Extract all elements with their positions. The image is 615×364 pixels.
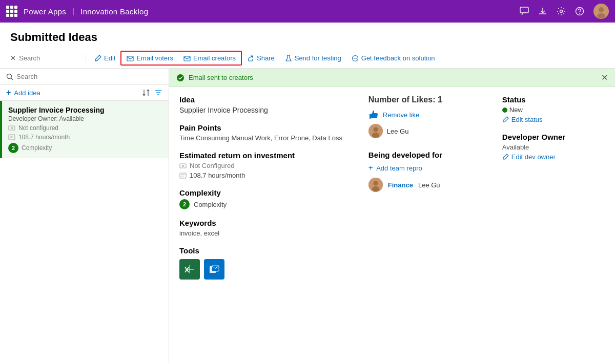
svg-point-10 bbox=[354, 58, 355, 59]
dev-owner-section: Developer Owner Available Edit dev owner bbox=[502, 133, 605, 161]
keywords-value: invoice, excel bbox=[179, 229, 353, 237]
banner-close-button[interactable]: ✕ bbox=[601, 73, 608, 82]
edit-button[interactable]: Edit bbox=[89, 52, 120, 65]
roi-not-configured: Not Configured bbox=[190, 162, 234, 169]
complexity-badge: 2 bbox=[8, 143, 18, 153]
svg-point-6 bbox=[597, 13, 605, 18]
plus-icon: + bbox=[6, 88, 11, 97]
search-input[interactable] bbox=[19, 54, 80, 62]
detail-col-3: Status New Edit status Developer Owner A bbox=[502, 95, 605, 355]
title-separator: | bbox=[72, 7, 74, 16]
remove-like-button[interactable]: Remove like bbox=[383, 111, 420, 119]
outlook-tool-icon[interactable] bbox=[204, 259, 224, 280]
email-buttons-group: Email voters Email creators bbox=[120, 51, 242, 66]
right-panel: Email sent to creators ✕ Idea Supplier I… bbox=[169, 69, 615, 363]
email-voters-button[interactable]: Email voters bbox=[121, 52, 178, 65]
idea-hours: 108.7 hours/month bbox=[18, 134, 70, 141]
being-developed-heading: Being developed for bbox=[368, 151, 487, 159]
search-input-left[interactable] bbox=[16, 73, 162, 80]
likes-heading: Number of Likes: 1 bbox=[368, 95, 487, 104]
svg-point-34 bbox=[372, 186, 379, 191]
team-entry: Finance Lee Gu bbox=[368, 178, 487, 192]
edit-icon bbox=[94, 55, 101, 62]
svg-rect-19 bbox=[180, 164, 186, 168]
add-idea-button[interactable]: + Add idea bbox=[6, 88, 40, 97]
tools-section: Tools X bbox=[179, 246, 353, 280]
svg-point-20 bbox=[182, 165, 184, 166]
toolbar: ✕ Edit Email voters Email creators S bbox=[0, 48, 615, 69]
edit-status-icon bbox=[502, 116, 509, 123]
left-panel: + Add idea Supplier Invoice Processing D… bbox=[0, 69, 169, 363]
app-name: Power Apps bbox=[24, 7, 66, 16]
idea-card-row2: 108.7 hours/month bbox=[8, 134, 162, 141]
send-for-testing-button[interactable]: Send for testing bbox=[280, 52, 346, 65]
svg-rect-15 bbox=[9, 126, 15, 130]
success-message: Email sent to creators bbox=[189, 74, 253, 81]
tools-row: X bbox=[179, 259, 353, 280]
download-icon[interactable] bbox=[538, 7, 547, 16]
help-icon[interactable] bbox=[575, 7, 584, 16]
get-feedback-button[interactable]: Get feedback on solution bbox=[346, 52, 440, 65]
page-title: Submitted Ideas bbox=[10, 31, 97, 44]
status-heading: Status bbox=[502, 95, 605, 104]
status-value: New bbox=[509, 106, 523, 114]
voter-row: Lee Gu bbox=[368, 124, 487, 138]
sort-icon[interactable] bbox=[142, 89, 150, 97]
feedback-icon bbox=[352, 55, 359, 62]
idea-card[interactable]: Supplier Invoice Processing Developer Ow… bbox=[0, 101, 169, 158]
svg-point-31 bbox=[372, 133, 379, 138]
dev-owner-value: Available bbox=[502, 143, 605, 151]
svg-line-14 bbox=[11, 78, 13, 80]
svg-rect-21 bbox=[180, 173, 186, 178]
pain-points-value: Time Consuming Manual Work, Error Prone,… bbox=[179, 134, 353, 142]
share-button[interactable]: Share bbox=[242, 52, 280, 65]
edit-dev-owner-button[interactable]: Edit dev owner bbox=[502, 153, 605, 161]
tools-label: Tools bbox=[179, 246, 353, 255]
roi-not-configured-row: Not Configured bbox=[179, 162, 353, 169]
waffle-icon[interactable] bbox=[6, 6, 17, 17]
roi-hours-value: 108.7 hours/month bbox=[190, 172, 245, 179]
excel-tool-icon[interactable]: X bbox=[179, 259, 200, 280]
svg-rect-17 bbox=[9, 135, 15, 140]
svg-point-1 bbox=[560, 10, 563, 13]
search-icon bbox=[6, 73, 13, 80]
status-section: Status New Edit status bbox=[502, 95, 605, 123]
roi-hours-row: 108.7 hours/month bbox=[179, 172, 353, 179]
keywords-label: Keywords bbox=[179, 219, 353, 227]
pain-points-section: Pain Points Time Consuming Manual Work, … bbox=[179, 123, 353, 142]
email-creators-button[interactable]: Email creators bbox=[178, 52, 241, 65]
comment-icon[interactable] bbox=[520, 7, 529, 16]
detail-col-2: Number of Likes: 1 Remove like bbox=[368, 95, 487, 355]
search-bar bbox=[0, 69, 169, 85]
close-search-icon[interactable]: ✕ bbox=[10, 54, 16, 62]
add-team-button[interactable]: + Add team repro bbox=[368, 163, 487, 173]
roi-section: Estimated return on investment Not Confi… bbox=[179, 151, 353, 179]
roi-hours-icon bbox=[179, 172, 187, 179]
voter-name: Lee Gu bbox=[387, 127, 409, 135]
svg-text:X: X bbox=[184, 266, 190, 274]
roi-icon bbox=[8, 124, 15, 132]
being-developed-section: Being developed for + Add team repro bbox=[368, 151, 487, 192]
product-name: Innovation Backlog bbox=[80, 7, 148, 16]
status-dot bbox=[502, 108, 507, 113]
top-nav: Power Apps | Innovation Backlog bbox=[0, 0, 615, 23]
filter-icon[interactable] bbox=[154, 89, 162, 97]
svg-point-3 bbox=[579, 13, 580, 14]
check-icon bbox=[176, 74, 184, 82]
main-layout: + Add idea Supplier Invoice Processing D… bbox=[0, 69, 615, 363]
svg-point-33 bbox=[373, 181, 378, 186]
like-icon bbox=[368, 110, 379, 120]
settings-icon[interactable] bbox=[557, 7, 566, 16]
svg-point-30 bbox=[373, 127, 378, 132]
svg-point-12 bbox=[356, 58, 357, 59]
idea-card-row1: Not configured bbox=[8, 124, 162, 132]
edit-dev-icon bbox=[502, 154, 509, 160]
pain-points-label: Pain Points bbox=[179, 123, 353, 132]
complexity-row: 2 Complexity bbox=[179, 199, 353, 209]
share-icon bbox=[247, 55, 254, 62]
user-avatar[interactable] bbox=[593, 4, 609, 19]
edit-status-button[interactable]: Edit status bbox=[502, 116, 605, 123]
complexity-value: Complexity bbox=[194, 201, 227, 208]
svg-point-16 bbox=[11, 127, 13, 129]
complexity-section-label: Complexity bbox=[179, 188, 353, 197]
